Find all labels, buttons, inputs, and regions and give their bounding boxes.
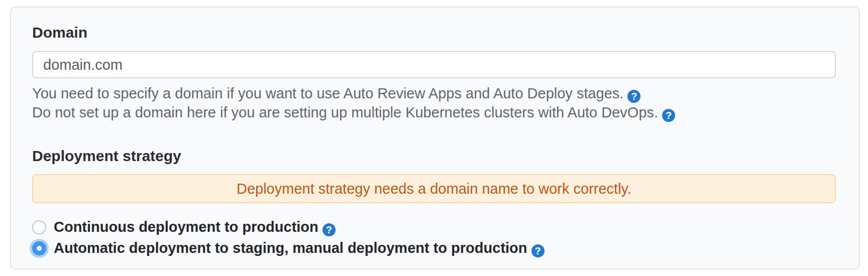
domain-help-line-1-text: You need to specify a domain if you want…	[32, 85, 623, 101]
radio-option-1[interactable]: Continuous deployment to production?	[32, 217, 836, 238]
domain-label: Domain	[32, 25, 836, 41]
radio-automatic-staging-deployment[interactable]	[32, 241, 46, 255]
radio-option-2-text: Automatic deployment to staging, manual …	[54, 240, 527, 256]
help-question-icon[interactable]: ?	[531, 244, 545, 257]
help-question-icon[interactable]: ?	[322, 223, 336, 236]
radio-option-1-label[interactable]: Continuous deployment to production?	[54, 219, 336, 236]
domain-help-line-1: You need to specify a domain if you want…	[32, 84, 836, 103]
domain-input[interactable]	[32, 51, 836, 78]
domain-help-line-2: Do not set up a domain here if you are s…	[32, 103, 836, 122]
warning-message: Deployment strategy needs a domain name …	[237, 181, 631, 197]
auto-devops-settings-card: Domain You need to specify a domain if y…	[10, 7, 860, 269]
deployment-strategy-label: Deployment strategy	[32, 148, 836, 164]
radio-option-2-label[interactable]: Automatic deployment to staging, manual …	[54, 240, 545, 257]
domain-help-line-2-text: Do not set up a domain here if you are s…	[32, 104, 658, 120]
help-question-icon[interactable]: ?	[627, 90, 640, 103]
radio-option-1-text: Continuous deployment to production	[54, 219, 318, 235]
help-question-icon[interactable]: ?	[662, 109, 675, 122]
domain-help-text: You need to specify a domain if you want…	[32, 84, 836, 122]
deployment-strategy-warning-banner: Deployment strategy needs a domain name …	[32, 174, 836, 203]
deployment-strategy-radio-group: Continuous deployment to production? Aut…	[32, 217, 836, 259]
radio-option-2[interactable]: Automatic deployment to staging, manual …	[32, 238, 836, 259]
radio-continuous-deployment[interactable]	[32, 220, 46, 234]
